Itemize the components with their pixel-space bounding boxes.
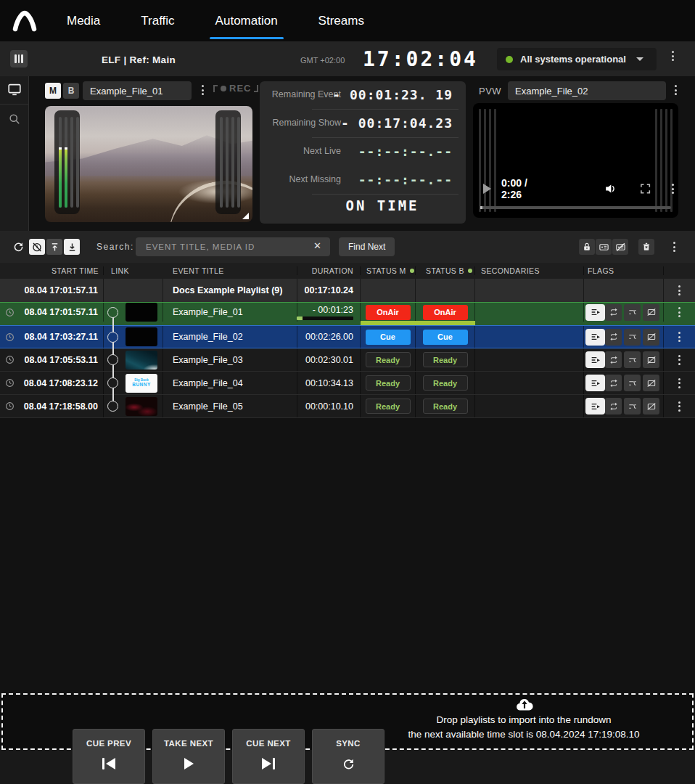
flags-button[interactable] (585, 329, 605, 346)
pvw-progress-bar[interactable] (480, 206, 671, 209)
pvw-player-more-menu[interactable] (667, 181, 678, 196)
remaining-show-label: Remaining Show (266, 118, 341, 128)
pvw-more-menu[interactable] (670, 83, 681, 97)
lock-rundown-button[interactable] (579, 239, 595, 255)
no-graphics-button[interactable] (643, 329, 659, 346)
cue-next-button[interactable]: CUE NEXT (232, 729, 305, 784)
no-graphics-button[interactable] (643, 304, 659, 321)
pvw-video-player[interactable]: 0:00 / 2:26 (473, 103, 678, 218)
status-b-button[interactable]: Ready (423, 399, 468, 414)
clear-search-icon[interactable]: ✕ (313, 240, 321, 251)
row-more-menu[interactable] (674, 305, 685, 319)
status-m-button[interactable]: Cue (366, 330, 411, 345)
monitor-view-button[interactable] (0, 76, 29, 102)
flags-button[interactable] (585, 304, 605, 321)
row-more-menu[interactable] (674, 283, 685, 298)
loop-button[interactable] (605, 398, 622, 415)
status-m-button[interactable]: Ready (366, 399, 411, 414)
status-b-button[interactable]: OnAir (423, 305, 468, 320)
playhead[interactable] (480, 206, 482, 209)
status-b-button[interactable]: Cue (423, 330, 468, 345)
row-more-menu[interactable] (674, 353, 685, 367)
transition-button[interactable] (624, 351, 641, 368)
toolbar-more-menu[interactable] (669, 240, 680, 254)
play-icon[interactable] (483, 184, 491, 194)
status-m-button[interactable]: Ready (366, 352, 411, 367)
resize-handle-icon[interactable] (242, 213, 249, 219)
flags-button[interactable] (585, 375, 605, 391)
volume-icon[interactable] (604, 181, 617, 196)
main-channel-toggle[interactable]: M (45, 83, 61, 99)
row-thumbnail (126, 351, 157, 369)
transition-button[interactable] (624, 375, 641, 391)
fullscreen-icon[interactable] (639, 182, 651, 195)
link-node[interactable] (107, 401, 118, 412)
scheduled-clock-icon (5, 308, 15, 317)
tab-traffic[interactable]: Traffic (139, 1, 176, 40)
transition-button[interactable] (624, 398, 641, 415)
no-graphics-button[interactable] (643, 351, 659, 368)
transition-button[interactable] (624, 329, 641, 346)
rec-button[interactable]: REC (213, 83, 258, 94)
move-to-top-button[interactable] (46, 239, 62, 255)
status-b-button[interactable]: Ready (423, 375, 468, 391)
loop-button[interactable] (605, 375, 622, 391)
hide-media-id-button[interactable] (612, 239, 628, 255)
row-more-menu[interactable] (674, 330, 685, 344)
status-m-button[interactable]: OnAir (366, 305, 411, 320)
pgm-file-input[interactable] (83, 81, 192, 100)
app-logo-icon[interactable] (9, 5, 41, 37)
row-more-menu[interactable] (674, 376, 685, 391)
disable-timing-button[interactable] (29, 239, 45, 255)
table-row[interactable]: 08.04 17:05:53.11 Example_File_03 00:02:… (0, 348, 695, 372)
backup-channel-toggle[interactable]: B (63, 83, 79, 99)
take-next-button[interactable]: TAKE NEXT (152, 729, 225, 784)
row-progress-bar (297, 317, 353, 320)
flags-button[interactable] (585, 398, 605, 415)
loop-button[interactable] (605, 329, 622, 346)
pgm-more-menu[interactable] (197, 83, 208, 97)
cue-prev-button[interactable]: CUE PREV (73, 729, 145, 784)
timer-divider (312, 194, 458, 195)
loop-button[interactable] (605, 351, 622, 368)
status-m-button[interactable]: Ready (366, 375, 411, 391)
row-more-menu[interactable] (674, 399, 685, 414)
thumb-text: BUNNY (132, 383, 151, 388)
system-status-label: All systems operational (520, 54, 626, 65)
pvw-controls: 0:00 / 2:26 (473, 179, 678, 199)
status-b-health-dot (468, 269, 472, 273)
arrow-up-bar-icon (49, 242, 60, 253)
delete-event-button[interactable] (638, 239, 654, 255)
find-next-button[interactable]: Find Next (339, 237, 395, 256)
transition-button[interactable] (624, 304, 641, 321)
link-node[interactable] (107, 354, 118, 365)
loop-button[interactable] (605, 304, 622, 321)
layout-panels-button[interactable] (10, 50, 28, 68)
no-graphics-button[interactable] (643, 398, 659, 415)
tab-automation[interactable]: Automation (214, 1, 279, 40)
system-status-dropdown[interactable]: All systems operational (497, 48, 657, 70)
tab-media[interactable]: Media (65, 1, 102, 40)
insert-at-bottom-button[interactable] (64, 239, 80, 255)
tab-streams[interactable]: Streams (317, 1, 366, 40)
no-graphics-button[interactable] (643, 375, 659, 391)
table-row[interactable]: 08.04 17:18:58.00 Example_File_05 00:00:… (0, 395, 695, 418)
status-b-button[interactable]: Ready (423, 352, 468, 367)
refresh-button[interactable] (10, 239, 26, 255)
table-row-onair[interactable]: 08.04 17:01:57.11 Example_File_01 - 00:0… (0, 302, 695, 325)
table-row-playlist[interactable]: 08.04 17:01:57.11 Docs Example Playlist … (0, 279, 695, 302)
table-row-cue[interactable]: 08.04 17:03:27.11 Example_File_02 00:02:… (0, 325, 695, 348)
loop-icon (609, 307, 619, 317)
table-row[interactable]: 08.04 17:08:23.12 Big Buck BUNNY Example… (0, 372, 695, 395)
pvw-file-input[interactable] (508, 81, 666, 100)
flags-button[interactable] (585, 351, 605, 368)
show-media-id-button[interactable] (596, 239, 612, 255)
link-node[interactable] (107, 332, 118, 343)
link-node[interactable] (107, 377, 118, 388)
search-input[interactable] (136, 237, 330, 256)
sync-button[interactable]: SYNC (312, 729, 384, 784)
link-node[interactable] (107, 307, 118, 318)
search-view-button[interactable] (0, 106, 29, 132)
pgm-video-preview[interactable] (45, 106, 252, 222)
header-more-menu[interactable] (667, 49, 678, 63)
